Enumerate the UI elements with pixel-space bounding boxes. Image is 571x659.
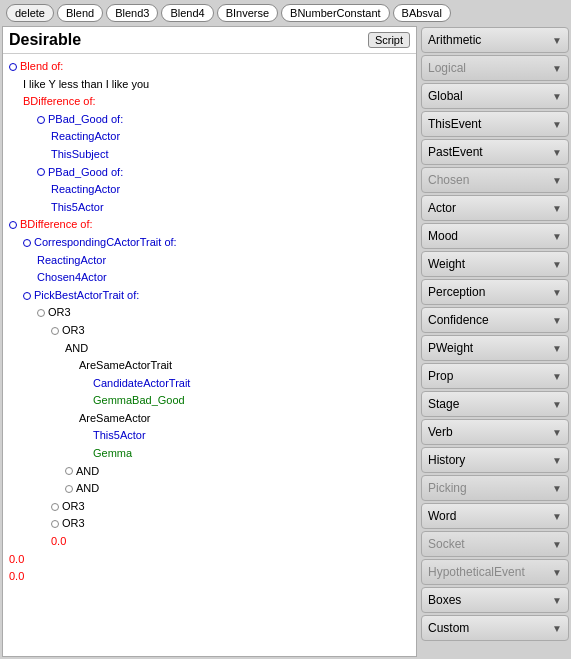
right-item-global[interactable]: Global▼: [421, 83, 569, 109]
chevron-down-icon: ▼: [552, 203, 562, 214]
tree-label: I like Y less than I like you: [23, 76, 149, 94]
right-item-arithmetic[interactable]: Arithmetic▼: [421, 27, 569, 53]
tree-node[interactable]: Chosen4Actor: [9, 269, 410, 287]
tree-label: This5Actor: [93, 427, 146, 445]
tree-label: ReactingActor: [51, 181, 120, 199]
tree-label: OR3: [48, 304, 71, 322]
right-item-label: Custom: [428, 621, 469, 635]
tree-node[interactable]: CorrespondingCActorTrait of:: [9, 234, 410, 252]
tree-node[interactable]: PBad_Good of:: [9, 111, 410, 129]
right-item-pastevent[interactable]: PastEvent▼: [421, 139, 569, 165]
chevron-down-icon: ▼: [552, 427, 562, 438]
tree-label: 0.0: [9, 551, 24, 569]
right-item-prop[interactable]: Prop▼: [421, 363, 569, 389]
tree-circle: [9, 221, 17, 229]
tree-node[interactable]: AND: [9, 480, 410, 498]
tree-node[interactable]: PickBestActorTrait of:: [9, 287, 410, 305]
right-item-logical[interactable]: Logical▼: [421, 55, 569, 81]
toolbar-btn-babsval[interactable]: BAbsval: [393, 4, 451, 22]
right-item-label: Weight: [428, 257, 465, 271]
tree-node[interactable]: AreSameActor: [9, 410, 410, 428]
right-item-history[interactable]: History▼: [421, 447, 569, 473]
tree-node[interactable]: Gemma: [9, 445, 410, 463]
tree-node[interactable]: ReactingActor: [9, 128, 410, 146]
right-item-label: Confidence: [428, 313, 489, 327]
right-item-label: Global: [428, 89, 463, 103]
toolbar-btn-blend4[interactable]: Blend4: [161, 4, 213, 22]
right-item-confidence[interactable]: Confidence▼: [421, 307, 569, 333]
tree-label: CandidateActorTrait: [93, 375, 190, 393]
tree-node[interactable]: ReactingActor: [9, 252, 410, 270]
right-item-label: Actor: [428, 201, 456, 215]
tree-node[interactable]: ThisSubject: [9, 146, 410, 164]
right-item-label: Mood: [428, 229, 458, 243]
tree-node[interactable]: Blend of:: [9, 58, 410, 76]
tree-node[interactable]: PBad_Good of:: [9, 164, 410, 182]
tree-circle: [51, 503, 59, 511]
tree-node[interactable]: This5Actor: [9, 199, 410, 217]
tree-node[interactable]: 0.0: [9, 568, 410, 586]
tree-label: PickBestActorTrait of:: [34, 287, 139, 305]
tree-circle: [23, 292, 31, 300]
right-item-thisevent[interactable]: ThisEvent▼: [421, 111, 569, 137]
right-item-verb[interactable]: Verb▼: [421, 419, 569, 445]
tree-node[interactable]: AND: [9, 340, 410, 358]
right-item-chosen[interactable]: Chosen▼: [421, 167, 569, 193]
tree-label: Chosen4Actor: [37, 269, 107, 287]
tree-node[interactable]: This5Actor: [9, 427, 410, 445]
right-item-actor[interactable]: Actor▼: [421, 195, 569, 221]
tree-node[interactable]: BDifference of:: [9, 216, 410, 234]
tree-node[interactable]: GemmaBad_Good: [9, 392, 410, 410]
right-item-label: Word: [428, 509, 456, 523]
tree-node[interactable]: AreSameActorTrait: [9, 357, 410, 375]
right-item-weight[interactable]: Weight▼: [421, 251, 569, 277]
right-item-label: Boxes: [428, 593, 461, 607]
tree-node[interactable]: OR3: [9, 498, 410, 516]
tree-circle: [37, 116, 45, 124]
chevron-down-icon: ▼: [552, 511, 562, 522]
right-item-custom[interactable]: Custom▼: [421, 615, 569, 641]
right-item-word[interactable]: Word▼: [421, 503, 569, 529]
chevron-down-icon: ▼: [552, 35, 562, 46]
chevron-down-icon: ▼: [552, 483, 562, 494]
chevron-down-icon: ▼: [552, 147, 562, 158]
tree-label: This5Actor: [51, 199, 104, 217]
toolbar-btn-binverse[interactable]: BInverse: [217, 4, 278, 22]
chevron-down-icon: ▼: [552, 623, 562, 634]
right-item-hypotheticalevent[interactable]: HypotheticalEvent▼: [421, 559, 569, 585]
toolbar-btn-delete[interactable]: delete: [6, 4, 54, 22]
tree-node[interactable]: 0.0: [9, 551, 410, 569]
right-item-perception[interactable]: Perception▼: [421, 279, 569, 305]
tree-label: 0.0: [9, 568, 24, 586]
tree-node[interactable]: CandidateActorTrait: [9, 375, 410, 393]
toolbar-btn-bnumberconstant[interactable]: BNumberConstant: [281, 4, 390, 22]
toolbar: deleteBlendBlend3Blend4BInverseBNumberCo…: [0, 0, 571, 26]
tree-node[interactable]: AND: [9, 463, 410, 481]
tree-node[interactable]: BDifference of:: [9, 93, 410, 111]
tree-label: OR3: [62, 498, 85, 516]
chevron-down-icon: ▼: [552, 119, 562, 130]
tree-circle: [23, 239, 31, 247]
tree-node[interactable]: ReactingActor: [9, 181, 410, 199]
chevron-down-icon: ▼: [552, 259, 562, 270]
right-item-socket[interactable]: Socket▼: [421, 531, 569, 557]
tree-node[interactable]: OR3: [9, 322, 410, 340]
tree-node[interactable]: I like Y less than I like you: [9, 76, 410, 94]
tree-area[interactable]: Blend of:I like Y less than I like youBD…: [3, 54, 416, 656]
tree-node[interactable]: OR3: [9, 515, 410, 533]
right-item-boxes[interactable]: Boxes▼: [421, 587, 569, 613]
toolbar-btn-blend3[interactable]: Blend3: [106, 4, 158, 22]
right-item-mood[interactable]: Mood▼: [421, 223, 569, 249]
toolbar-btn-blend[interactable]: Blend: [57, 4, 103, 22]
chevron-down-icon: ▼: [552, 371, 562, 382]
right-item-label: Chosen: [428, 173, 469, 187]
script-button[interactable]: Script: [368, 32, 410, 48]
tree-circle: [51, 520, 59, 528]
tree-node[interactable]: 0.0: [9, 533, 410, 551]
right-item-pweight[interactable]: PWeight▼: [421, 335, 569, 361]
right-item-picking[interactable]: Picking▼: [421, 475, 569, 501]
tree-label: BDifference of:: [20, 216, 93, 234]
right-item-stage[interactable]: Stage▼: [421, 391, 569, 417]
tree-node[interactable]: OR3: [9, 304, 410, 322]
tree-circle: [9, 63, 17, 71]
